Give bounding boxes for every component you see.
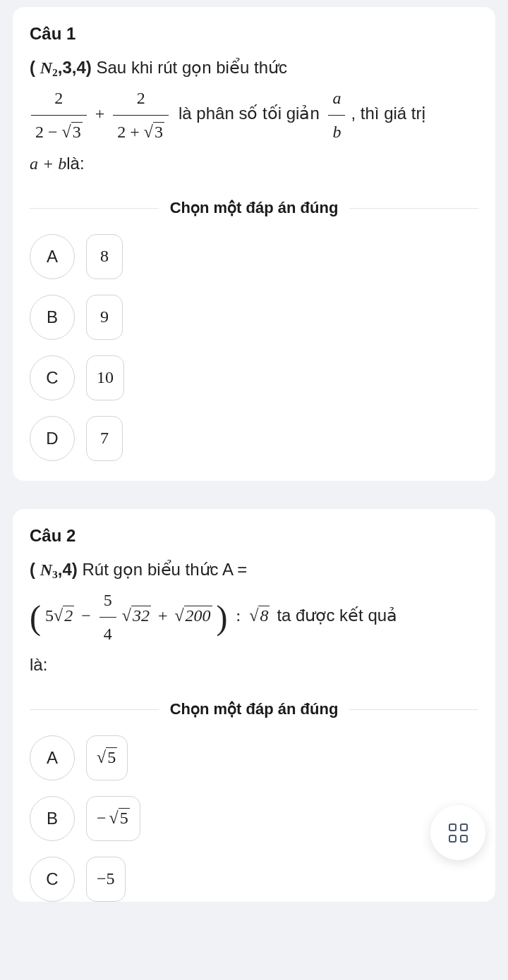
option-value[interactable]: 9 bbox=[86, 295, 123, 340]
option-row: C −5 bbox=[30, 857, 478, 902]
option-value[interactable]: 8 bbox=[86, 234, 123, 279]
question-title: Câu 2 bbox=[30, 526, 478, 546]
grid-icon bbox=[449, 823, 468, 843]
question-text: Rút gọn biểu thức A = bbox=[83, 560, 248, 579]
option-letter-b[interactable]: B bbox=[30, 295, 75, 340]
fraction-1: 2 2 − 3 bbox=[31, 83, 87, 147]
question-card-1: Câu 1 ( N2,3,4) Sau khi rút gọn biểu thứ… bbox=[13, 7, 495, 481]
option-letter-a[interactable]: A bbox=[30, 735, 75, 780]
instruction-divider: Chọn một đáp án đúng bbox=[30, 700, 478, 718]
option-row: A 5 bbox=[30, 735, 478, 780]
fraction-2: 2 2 + 3 bbox=[113, 83, 169, 147]
option-row: A 8 bbox=[30, 234, 478, 279]
option-value[interactable]: 7 bbox=[86, 416, 123, 461]
math-expression: ( 52 − 5 4 32 + 200 ) : 8 bbox=[30, 606, 274, 625]
option-letter-d[interactable]: D bbox=[30, 416, 75, 461]
option-row: B −5 bbox=[30, 796, 478, 841]
options-list: A 8 B 9 C 10 D 7 bbox=[30, 234, 478, 461]
option-letter-c[interactable]: C bbox=[30, 857, 75, 902]
option-row: B 9 bbox=[30, 295, 478, 340]
grid-menu-button[interactable] bbox=[430, 805, 485, 860]
option-value[interactable]: −5 bbox=[86, 796, 140, 841]
question-text: là phân số tối giản bbox=[179, 104, 320, 123]
option-value[interactable]: 5 bbox=[86, 735, 128, 780]
instruction-text: Chọn một đáp án đúng bbox=[159, 199, 350, 217]
instruction-divider: Chọn một đáp án đúng bbox=[30, 199, 478, 217]
option-row: D 7 bbox=[30, 416, 478, 461]
math-expression: a + b bbox=[30, 154, 66, 173]
question-card-2: Câu 2 ( N3,4) Rút gọn biểu thức A = ( 52… bbox=[13, 509, 495, 902]
math-expression: 2 2 − 3 + 2 2 + 3 bbox=[30, 104, 174, 123]
option-value[interactable]: 10 bbox=[86, 355, 124, 400]
question-text: ta được kết quả bbox=[277, 606, 397, 625]
options-list: A 5 B −5 C −5 bbox=[30, 735, 478, 902]
question-title: Câu 1 bbox=[30, 24, 478, 44]
question-body: ( N2,3,4) Sau khi rút gọn biểu thức 2 2 … bbox=[30, 52, 478, 179]
option-letter-b[interactable]: B bbox=[30, 796, 75, 841]
option-letter-a[interactable]: A bbox=[30, 234, 75, 279]
question-text: là: bbox=[30, 655, 47, 674]
fraction-ab: a b bbox=[328, 83, 345, 147]
option-value[interactable]: −5 bbox=[86, 857, 126, 902]
instruction-text: Chọn một đáp án đúng bbox=[159, 700, 350, 718]
question-tag: ( N3,4) bbox=[30, 560, 78, 579]
option-letter-c[interactable]: C bbox=[30, 355, 75, 400]
question-text: Sau khi rút gọn biểu thức bbox=[97, 58, 287, 77]
question-tag: ( N2,3,4) bbox=[30, 58, 92, 77]
question-body: ( N3,4) Rút gọn biểu thức A = ( 52 − 5 4… bbox=[30, 554, 478, 680]
option-row: C 10 bbox=[30, 355, 478, 400]
